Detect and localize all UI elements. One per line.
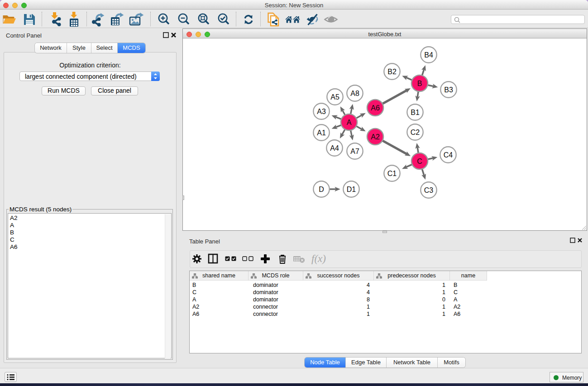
- svg-text:B1: B1: [411, 109, 420, 116]
- svg-text:B2: B2: [387, 68, 397, 76]
- svg-text:C2: C2: [411, 129, 420, 136]
- svg-text:C1: C1: [387, 170, 397, 177]
- svg-text:C4: C4: [444, 151, 453, 159]
- svg-text:A2: A2: [371, 133, 380, 141]
- svg-text:C: C: [417, 157, 422, 165]
- svg-text:C3: C3: [424, 186, 434, 194]
- svg-text:A1: A1: [317, 129, 326, 137]
- svg-text:B: B: [417, 80, 422, 87]
- svg-text:A7: A7: [350, 148, 359, 155]
- svg-text:A5: A5: [330, 93, 339, 101]
- svg-text:B3: B3: [444, 86, 453, 94]
- svg-text:A4: A4: [330, 144, 339, 152]
- svg-text:A8: A8: [350, 90, 359, 97]
- svg-text:B4: B4: [424, 51, 433, 59]
- svg-text:D1: D1: [347, 186, 356, 193]
- svg-text:A3: A3: [317, 108, 326, 115]
- svg-text:A: A: [347, 119, 352, 126]
- svg-text:D: D: [319, 186, 324, 193]
- svg-text:A6: A6: [371, 104, 380, 112]
